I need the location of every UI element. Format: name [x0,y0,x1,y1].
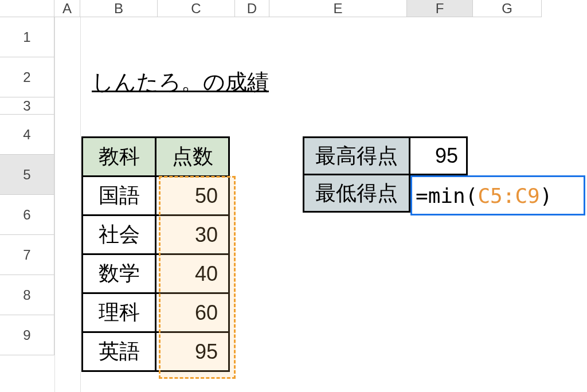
grades-table: 教科 点数 国語 50 社会 30 数学 40 理科 60 英語 95 [81,136,230,372]
formula-equals: = [416,184,428,207]
col-header-a[interactable]: A [54,0,80,17]
row-header-1[interactable]: 1 [0,17,54,57]
column-headers: A B C D E F G [0,0,542,17]
cell-score[interactable]: 50 [156,177,229,215]
cell-subject[interactable]: 英語 [83,332,156,371]
col-header-e[interactable]: E [269,0,407,17]
row-header-7[interactable]: 7 [0,235,54,275]
col-header-c[interactable]: C [158,0,235,17]
cell-subject[interactable]: 社会 [83,215,156,254]
col-header-b[interactable]: B [80,0,158,17]
row-header-3[interactable]: 3 [0,97,54,115]
formula-paren-close: ) [540,184,553,207]
row-header-5[interactable]: 5 [0,155,54,195]
row-header-6[interactable]: 6 [0,195,54,235]
cell-subject[interactable]: 理科 [83,293,156,332]
header-score[interactable]: 点数 [156,138,229,177]
min-label[interactable]: 最低得点 [304,175,410,212]
formula-function: min [428,184,465,207]
col-header-f[interactable]: F [407,0,473,17]
header-subject[interactable]: 教科 [83,138,156,177]
cell-subject[interactable]: 数学 [83,254,156,293]
cell-score[interactable]: 40 [156,254,229,293]
max-label[interactable]: 最高得点 [304,138,410,175]
cell-score[interactable]: 60 [156,293,229,332]
row-headers: 1 2 3 4 5 6 7 8 9 [0,17,54,355]
row-header-2[interactable]: 2 [0,57,54,97]
col-header-g[interactable]: G [473,0,542,17]
title-text[interactable]: しんたろ。の成績 [92,68,269,97]
cell-subject[interactable]: 国語 [83,177,156,215]
col-header-d[interactable]: D [235,0,269,17]
max-value[interactable]: 95 [410,138,467,175]
cell-score[interactable]: 95 [156,332,229,371]
row-header-4[interactable]: 4 [0,115,54,155]
active-formula-cell[interactable]: =min(C5:C9) [410,175,585,215]
formula-paren-open: ( [465,184,478,207]
corner-cell[interactable] [0,0,54,17]
row-header-8[interactable]: 8 [0,275,54,315]
formula-range-ref: C5:C9 [478,184,539,207]
row-header-9[interactable]: 9 [0,315,54,355]
cell-score[interactable]: 30 [156,215,229,254]
